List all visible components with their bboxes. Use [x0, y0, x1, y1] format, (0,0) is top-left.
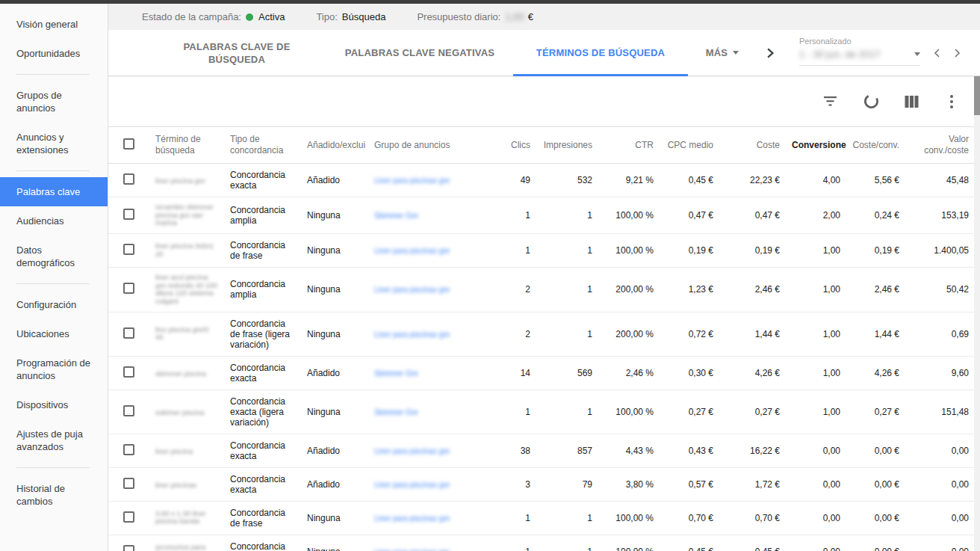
segment-button[interactable] [862, 93, 880, 111]
column-header-termino-de-busqueda[interactable]: Término de búsqueda [149, 127, 224, 164]
columns-button[interactable] [902, 93, 920, 111]
cell-cpc-medio: 0,47 € [660, 197, 719, 234]
sidebar-item-datos-demograficos[interactable]: Datos demográficos [0, 236, 108, 277]
sidebar-divider [16, 170, 90, 171]
cell-coste-conv: 0,00 € [846, 501, 905, 535]
ad-group-link[interactable]: Liner para piscinas gre [374, 447, 450, 456]
cell-conversiones: 1,00 [786, 268, 846, 313]
sidebar-item-ajustes-de-puja-avanzados[interactable]: Ajustes de puja avanzados [0, 419, 108, 461]
cell-cpc-medio: 0,27 € [660, 390, 719, 434]
row-checkbox[interactable] [123, 173, 134, 185]
row-checkbox[interactable] [123, 545, 134, 551]
column-header-valor-conv-coste[interactable]: Valor conv./coste [905, 127, 980, 164]
ad-group-link[interactable]: Skimmer Gre [374, 369, 418, 378]
date-range-value: 1 - 30 jun. de 2017 [799, 49, 880, 60]
cell-match-type: Concordancia exacta [224, 467, 301, 501]
daily-budget-label: Presupuesto diario: [417, 11, 500, 22]
cell-added-excluded: Añadido [301, 164, 368, 197]
cell-valor-conv-coste: 0,00 [905, 535, 980, 551]
row-checkbox[interactable] [123, 444, 134, 455]
sidebar-divider [16, 467, 90, 468]
cell-conversiones: 4,00 [786, 164, 846, 197]
row-checkbox[interactable] [123, 405, 134, 416]
sidebar-item-historial-de-cambios[interactable]: Historial de cambios [0, 474, 108, 516]
cell-checkbox [108, 164, 149, 197]
cell-impresiones: 1 [536, 535, 598, 551]
column-header-cpc-medio[interactable]: CPC medio [660, 127, 719, 164]
cell-added-excluded: Ninguna [301, 197, 368, 234]
sidebar-item-ubicaciones[interactable]: Ubicaciones [0, 319, 108, 348]
cell-valor-conv-coste: 1.400,05 [905, 234, 980, 268]
cell-search-term: lino piscina gre/0 40 [149, 312, 224, 356]
column-header-impresiones[interactable]: Impresiones [536, 127, 598, 164]
sidebar-item-audiencias[interactable]: Audiencias [0, 206, 108, 236]
column-header-conversione[interactable]: Conversione [786, 127, 846, 164]
ad-group-link[interactable]: Liner para piscinas gre [374, 247, 450, 256]
cell-conversiones: 0,00 [786, 535, 846, 551]
select-all-checkbox[interactable] [123, 138, 134, 150]
cell-added-excluded: Ninguna [301, 535, 368, 551]
row-checkbox[interactable] [123, 283, 134, 294]
date-next-button[interactable] [947, 43, 967, 63]
table-toolbar [108, 76, 980, 126]
filter-button[interactable] [822, 93, 840, 111]
ad-group-link[interactable]: Skimmer Gre [374, 408, 418, 417]
column-header-anadido-exclui[interactable]: Añadido/exclui [301, 127, 368, 164]
scrollbar-thumb[interactable] [974, 76, 980, 115]
row-checkbox[interactable] [123, 511, 134, 523]
tab-palabras-clave-de-busqueda[interactable]: PALABRAS CLAVE DEBÚSQUEDA [147, 30, 326, 76]
ad-group-link[interactable]: Liner para piscinas gre [374, 514, 450, 523]
tab-palabras-clave-negativas[interactable]: PALABRAS CLAVE NEGATIVAS [326, 30, 513, 76]
ad-group-link[interactable]: Liner para piscinas gre [374, 286, 450, 295]
date-prev-button[interactable] [928, 43, 947, 63]
tab-more[interactable]: MÁS [688, 30, 757, 76]
row-checkbox[interactable] [123, 327, 134, 339]
sidebar-item-oportunidades[interactable]: Oportunidades [0, 39, 108, 68]
row-checkbox[interactable] [123, 366, 134, 378]
tab-label-line: BÚSQUEDA [208, 53, 265, 66]
cell-ctr: 3,80 % [598, 467, 660, 501]
cell-coste-conv: 0,00 € [846, 434, 905, 467]
sidebar-item-vision-general[interactable]: Visión general [0, 10, 108, 39]
table-row: recambio skimmer piscina gre san marina … [108, 197, 980, 234]
sidebar-item-dispositivos[interactable]: Dispositivos [0, 390, 108, 419]
column-header-coste[interactable]: Coste [719, 127, 786, 164]
tab-terminos-de-busqueda[interactable]: TÉRMINOS DE BÚSQUEDA [513, 30, 688, 76]
campaign-type-value: Búsqueda [342, 11, 386, 22]
cell-coste: 0,19 € [719, 234, 786, 268]
row-checkbox[interactable] [123, 244, 134, 255]
sidebar-item-configuracion[interactable]: Configuración [0, 290, 108, 319]
column-header-grupo-de-anuncios[interactable]: Grupo de anuncios [368, 127, 503, 164]
sidebar-item-programacion-de-anuncios[interactable]: Programación de anuncios [0, 348, 108, 390]
ad-group-link[interactable]: Skimmer Gre [374, 212, 418, 221]
column-header-clics[interactable]: Clics [503, 127, 536, 164]
ad-group-link[interactable]: Liner para piscinas gre [374, 330, 450, 339]
row-checkbox[interactable] [123, 478, 134, 489]
column-header-tipo-de-concordancia[interactable]: Tipo de concordancia [224, 127, 301, 164]
date-range-picker[interactable]: Personalizado 1 - 30 jun. de 2017 [799, 30, 920, 76]
ad-group-link[interactable]: Liner para piscinas gre [374, 176, 450, 185]
ad-group-link[interactable]: Liner para piscinas gre [374, 548, 450, 551]
cell-coste-conv: 2,46 € [846, 268, 905, 313]
tabs-overflow-chevron[interactable] [764, 47, 776, 59]
cell-impresiones: 1 [536, 234, 598, 268]
row-checkbox[interactable] [123, 209, 134, 220]
vertical-scrollbar[interactable] [974, 76, 980, 551]
column-header-coste-conv[interactable]: Coste/conv. [846, 127, 905, 164]
cell-added-excluded: Ninguna [301, 268, 368, 313]
sidebar-item-anuncios-y-extensiones[interactable]: Anuncios y extensiones [0, 123, 108, 164]
sidebar-item-grupos-de-anuncios[interactable]: Grupos de anuncios [0, 81, 108, 123]
ad-group-link[interactable]: Liner para piscinas gre [374, 481, 450, 490]
cell-coste-conv: 1,44 € [846, 312, 905, 356]
chevron-left-icon [932, 48, 943, 58]
table-row: liner azul piscina gre redondo 40 100 al… [108, 268, 980, 313]
cell-added-excluded: Añadido [301, 434, 368, 467]
column-header-ctr[interactable]: CTR [598, 127, 660, 164]
cell-cpc-medio: 0,57 € [660, 467, 719, 501]
sidebar-item-palabras-clave[interactable]: Palabras clave [0, 177, 108, 206]
cell-valor-conv-coste: 153,19 [905, 197, 980, 234]
tabs-bar: PALABRAS CLAVE DEBÚSQUEDAPALABRAS CLAVE … [108, 30, 980, 76]
chevron-down-icon [733, 51, 739, 55]
more-options-button[interactable] [943, 93, 961, 111]
cell-coste-conv: 5,56 € [846, 164, 905, 197]
